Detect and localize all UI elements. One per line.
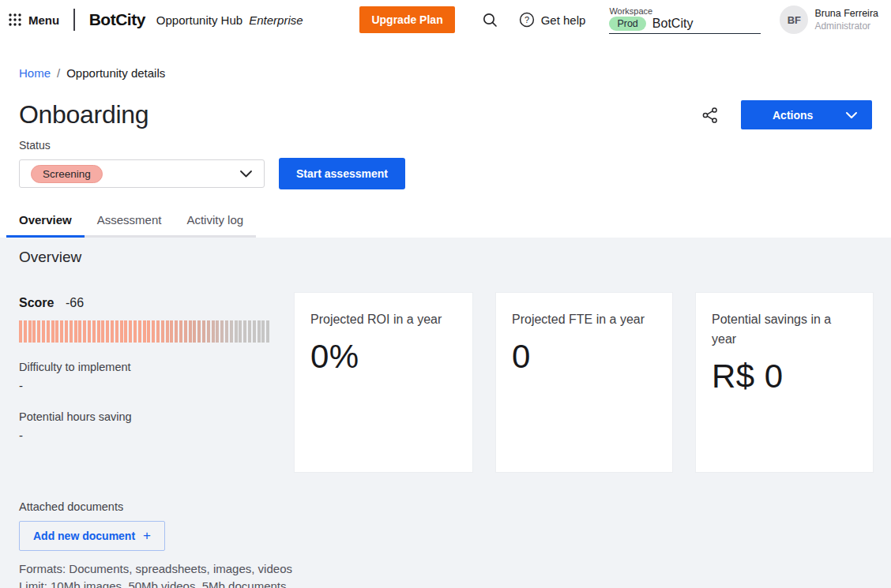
chevron-down-icon bbox=[239, 170, 253, 178]
savings-card: Potential savings in a year R$ 0 bbox=[696, 293, 873, 472]
formats-note: Formats: Documents, spreadsheets, images… bbox=[19, 560, 875, 578]
breadcrumb: Home / Opportunity details bbox=[0, 39, 891, 80]
tab-overview[interactable]: Overview bbox=[6, 207, 85, 235]
get-help-button[interactable]: ? Get help bbox=[519, 12, 586, 28]
share-button[interactable] bbox=[701, 107, 719, 124]
score-striped-bar bbox=[19, 320, 271, 343]
tab-activity-log[interactable]: Activity log bbox=[174, 207, 256, 235]
upgrade-plan-button[interactable]: Upgrade Plan bbox=[359, 6, 454, 33]
attached-documents-heading: Attached documents bbox=[19, 500, 875, 513]
user-info: Bruna Ferreira Administrator bbox=[814, 8, 878, 32]
get-help-label: Get help bbox=[541, 13, 586, 27]
hours-saving-value: - bbox=[19, 429, 271, 442]
page-title: Onboarding bbox=[19, 100, 148, 129]
share-icon bbox=[701, 107, 719, 124]
menu-label: Menu bbox=[28, 13, 59, 27]
fte-card-value: 0 bbox=[512, 338, 656, 376]
attached-documents: Attached documents Add new document + Fo… bbox=[19, 500, 875, 588]
product-name: Opportunity Hub bbox=[156, 13, 242, 27]
score-column: Score -66 Difficulty to implement - Pote… bbox=[19, 293, 271, 472]
savings-card-title: Potential savings in a year bbox=[712, 310, 857, 350]
start-assessment-button[interactable]: Start assessment bbox=[279, 158, 405, 189]
overview-heading: Overview bbox=[19, 249, 875, 266]
workspace-label: Workspace bbox=[609, 6, 761, 16]
score-label: Score bbox=[19, 296, 54, 309]
app-header: Menu BotCity Opportunity Hub Enterprise … bbox=[0, 0, 891, 39]
breadcrumb-separator: / bbox=[57, 66, 60, 80]
svg-text:?: ? bbox=[524, 15, 529, 24]
search-button[interactable] bbox=[482, 12, 498, 28]
grid-menu-icon bbox=[8, 13, 22, 27]
add-new-document-label: Add new document bbox=[33, 530, 135, 542]
title-row: Onboarding Actions bbox=[0, 80, 891, 129]
fte-card-title: Projected FTE in a year bbox=[512, 310, 656, 330]
product-title: Opportunity Hub Enterprise bbox=[156, 13, 303, 27]
user-role: Administrator bbox=[814, 21, 878, 32]
status-select[interactable]: Screening bbox=[19, 159, 265, 188]
overview-section: Overview Score -66 Difficulty to impleme… bbox=[0, 238, 891, 588]
workspace-env-badge: Prod bbox=[609, 17, 645, 31]
tab-assessment[interactable]: Assessment bbox=[85, 207, 175, 235]
chevron-down-icon bbox=[845, 111, 858, 119]
roi-card-value: 0% bbox=[310, 338, 457, 376]
breadcrumb-current: Opportunity details bbox=[66, 66, 165, 80]
avatar: BF bbox=[780, 6, 808, 34]
add-new-document-button[interactable]: Add new document + bbox=[19, 521, 165, 551]
score-value: -66 bbox=[66, 296, 84, 309]
status-pill: Screening bbox=[31, 165, 103, 183]
actions-label: Actions bbox=[773, 109, 813, 122]
roi-card-title: Projected ROI in a year bbox=[310, 310, 457, 330]
breadcrumb-home-link[interactable]: Home bbox=[19, 66, 51, 80]
metrics-row: Score -66 Difficulty to implement - Pote… bbox=[19, 293, 875, 472]
search-icon bbox=[482, 12, 498, 28]
hours-saving-label: Potential hours saving bbox=[19, 410, 271, 423]
botcity-logo[interactable]: BotCity bbox=[89, 10, 145, 29]
status-label: Status bbox=[0, 129, 891, 152]
workspace-name: BotCity bbox=[652, 17, 694, 31]
header-divider bbox=[73, 9, 75, 31]
user-menu[interactable]: BF Bruna Ferreira Administrator bbox=[780, 6, 878, 34]
actions-button[interactable]: Actions bbox=[741, 100, 872, 129]
user-name: Bruna Ferreira bbox=[814, 8, 878, 19]
status-row: Screening Start assessment bbox=[0, 152, 891, 189]
product-edition: Enterprise bbox=[249, 13, 303, 27]
savings-card-value: R$ 0 bbox=[712, 358, 857, 395]
difficulty-label: Difficulty to implement bbox=[19, 361, 271, 373]
tab-bar: Overview Assessment Activity log bbox=[6, 207, 256, 238]
score-line: Score -66 bbox=[19, 296, 271, 310]
fte-card: Projected FTE in a year 0 bbox=[496, 293, 672, 472]
limit-note: Limit: 10Mb images, 50Mb videos, 5Mb doc… bbox=[19, 578, 875, 588]
roi-card: Projected ROI in a year 0% bbox=[295, 293, 472, 472]
menu-button[interactable]: Menu bbox=[8, 13, 59, 27]
difficulty-value: - bbox=[19, 379, 271, 392]
workspace-value-row[interactable]: Prod BotCity bbox=[609, 17, 761, 34]
plus-icon: + bbox=[143, 528, 151, 544]
documents-notes: Formats: Documents, spreadsheets, images… bbox=[19, 560, 875, 588]
help-icon: ? bbox=[519, 12, 535, 28]
workspace-selector[interactable]: Workspace Prod BotCity bbox=[609, 6, 761, 34]
